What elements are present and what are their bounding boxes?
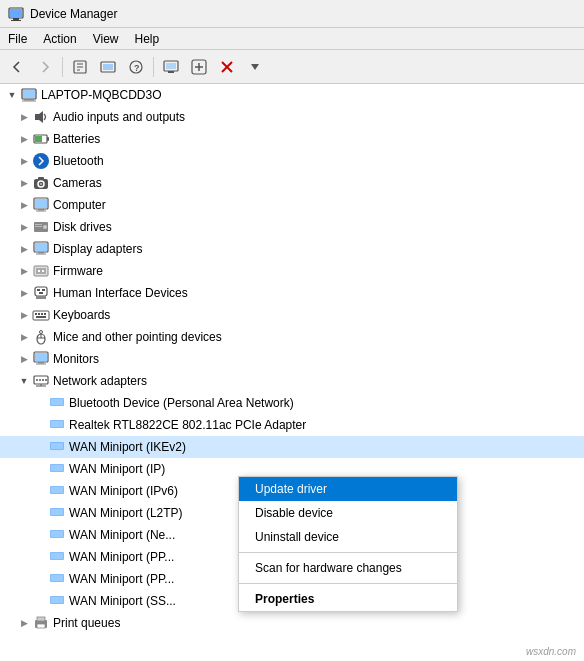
- ctx-sep2: [239, 583, 457, 584]
- toolbar-back[interactable]: [4, 54, 30, 80]
- label-display: Display adapters: [53, 242, 142, 256]
- tree-item-bt-device[interactable]: Bluetooth Device (Personal Area Network): [0, 392, 584, 414]
- svg-rect-35: [38, 209, 44, 211]
- icon-wan-net: [48, 526, 66, 544]
- expand-hid[interactable]: ▶: [16, 285, 32, 301]
- tree-item-mice[interactable]: ▶ Mice and other pointing devices: [0, 326, 584, 348]
- toolbar-forward[interactable]: [32, 54, 58, 80]
- label-print: Print queues: [53, 616, 120, 630]
- svg-rect-9: [103, 64, 113, 70]
- svg-rect-42: [35, 243, 47, 251]
- tree-item-wan-ikev2[interactable]: WAN Miniport (IKEv2): [0, 436, 584, 458]
- tree-item-monitors[interactable]: ▶ Monitors: [0, 348, 584, 370]
- expand-computer[interactable]: ▶: [16, 197, 32, 213]
- ctx-update-driver[interactable]: Update driver: [239, 477, 457, 501]
- icon-bluetooth: [32, 152, 50, 170]
- svg-point-63: [40, 331, 43, 334]
- expand-batteries[interactable]: ▶: [16, 131, 32, 147]
- ctx-properties-label: Properties: [255, 592, 314, 606]
- expand-monitors[interactable]: ▶: [16, 351, 32, 367]
- expand-disk[interactable]: ▶: [16, 219, 32, 235]
- expand-keyboards[interactable]: ▶: [16, 307, 32, 323]
- tree-item-print[interactable]: ▶ Print queues: [0, 612, 584, 634]
- label-wan-ppp: WAN Miniport (PP...: [69, 550, 174, 564]
- ctx-disable-device-label: Disable device: [255, 506, 333, 520]
- expand-bluetooth[interactable]: ▶: [16, 153, 32, 169]
- icon-audio: [32, 108, 50, 126]
- label-wan-ss: WAN Miniport (SS...: [69, 594, 176, 608]
- icon-print: [32, 614, 50, 632]
- icon-laptop: [20, 86, 38, 104]
- svg-point-28: [33, 153, 49, 169]
- svg-rect-76: [51, 399, 63, 405]
- tree-item-display[interactable]: ▶ Display adapters: [0, 238, 584, 260]
- ctx-disable-device[interactable]: Disable device: [239, 501, 457, 525]
- tree-item-audio[interactable]: ▶ Audio inputs and outputs: [0, 106, 584, 128]
- watermark: wsxdn.com: [526, 646, 576, 657]
- toolbar-scan[interactable]: [186, 54, 212, 80]
- tree-container: ▼ LAPTOP-MQBCDD3O ▶ Audio inputs and out…: [0, 84, 584, 661]
- svg-rect-48: [42, 270, 44, 272]
- svg-rect-54: [33, 311, 49, 320]
- icon-cameras: [32, 174, 50, 192]
- svg-rect-32: [38, 177, 44, 180]
- toolbar-help[interactable]: ?: [123, 54, 149, 80]
- tree-item-disk[interactable]: ▶ Disk drives: [0, 216, 584, 238]
- expand-print[interactable]: ▶: [16, 615, 32, 631]
- svg-rect-23: [22, 101, 36, 102]
- tree-item-cameras[interactable]: ▶ Cameras: [0, 172, 584, 194]
- icon-wan-ip: [48, 460, 66, 478]
- ctx-uninstall-device[interactable]: Uninstall device: [239, 525, 457, 549]
- toolbar-sep1: [62, 57, 63, 77]
- label-wan-l2tp: WAN Miniport (L2TP): [69, 506, 183, 520]
- tree-item-bluetooth[interactable]: ▶ Bluetooth: [0, 150, 584, 172]
- app-title: Device Manager: [30, 7, 117, 21]
- menu-view[interactable]: View: [85, 30, 127, 48]
- svg-rect-59: [36, 316, 46, 318]
- label-hid: Human Interface Devices: [53, 286, 188, 300]
- expand-display[interactable]: ▶: [16, 241, 32, 257]
- icon-wan-ppp: [48, 548, 66, 566]
- label-realtek: Realtek RTL8822CE 802.11ac PCIe Adapter: [69, 418, 306, 432]
- expand-mice[interactable]: ▶: [16, 329, 32, 345]
- label-wan-ikev2: WAN Miniport (IKEv2): [69, 440, 186, 454]
- toolbar-update-driver[interactable]: [95, 54, 121, 80]
- tree-item-computer[interactable]: ▶ Computer: [0, 194, 584, 216]
- menu-action[interactable]: Action: [35, 30, 84, 48]
- expand-cameras[interactable]: ▶: [16, 175, 32, 191]
- tree-item-hid[interactable]: ▶ Human Interface Devices: [0, 282, 584, 304]
- expand-audio[interactable]: ▶: [16, 109, 32, 125]
- toolbar-delete[interactable]: [214, 54, 240, 80]
- svg-rect-44: [36, 254, 46, 255]
- icon-realtek: [48, 416, 66, 434]
- tree-item-network[interactable]: ▼ Network adapters: [0, 370, 584, 392]
- label-wan-net: WAN Miniport (Ne...: [69, 528, 175, 542]
- tree-item-batteries[interactable]: ▶ Batteries: [0, 128, 584, 150]
- tree-item-keyboards[interactable]: ▶ Keyboards: [0, 304, 584, 326]
- svg-rect-56: [38, 313, 40, 315]
- expand-network[interactable]: ▼: [16, 373, 32, 389]
- menu-file[interactable]: File: [0, 30, 35, 48]
- svg-rect-46: [36, 268, 46, 274]
- label-network: Network adapters: [53, 374, 147, 388]
- expand-firmware[interactable]: ▶: [16, 263, 32, 279]
- ctx-properties[interactable]: Properties: [239, 587, 457, 611]
- tree-item-realtek[interactable]: Realtek RTL8822CE 802.11ac PCIe Adapter: [0, 414, 584, 436]
- tree-item-firmware[interactable]: ▶ Firmware: [0, 260, 584, 282]
- icon-hid: [32, 284, 50, 302]
- svg-rect-27: [35, 136, 42, 142]
- toolbar-display[interactable]: [158, 54, 184, 80]
- svg-rect-55: [35, 313, 37, 315]
- expand-laptop[interactable]: ▼: [4, 87, 20, 103]
- svg-rect-96: [37, 617, 45, 621]
- toolbar-properties[interactable]: [67, 54, 93, 80]
- icon-keyboards: [32, 306, 50, 324]
- svg-rect-1: [13, 18, 19, 20]
- svg-rect-39: [35, 224, 42, 225]
- ctx-scan-hardware[interactable]: Scan for hardware changes: [239, 556, 457, 580]
- tree-item-laptop[interactable]: ▼ LAPTOP-MQBCDD3O: [0, 84, 584, 106]
- menu-help[interactable]: Help: [127, 30, 168, 48]
- icon-batteries: [32, 130, 50, 148]
- toolbar-down[interactable]: [242, 54, 268, 80]
- svg-rect-84: [51, 487, 63, 493]
